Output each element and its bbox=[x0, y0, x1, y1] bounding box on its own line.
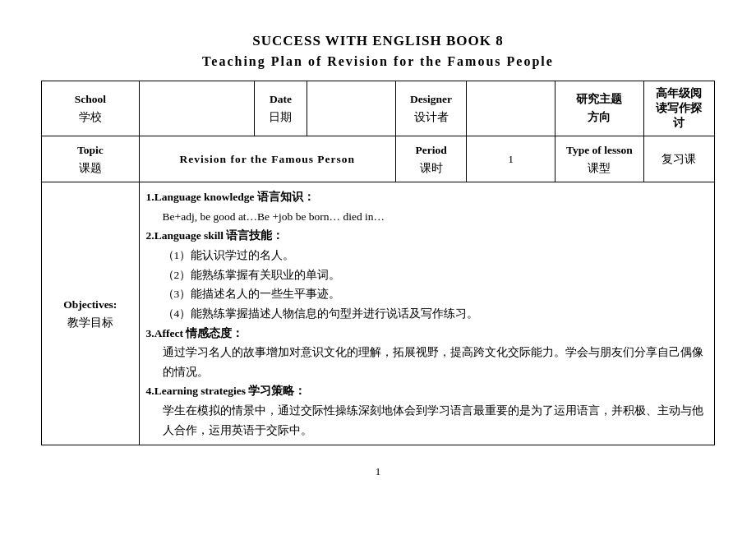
section1-body: Be+adj, be good at…Be +job be born… died… bbox=[146, 207, 708, 227]
lesson-type-label-cell: Type of lesson 课型 bbox=[555, 136, 643, 182]
objectives-label-cell: Objectives: 教学目标 bbox=[42, 182, 140, 445]
research-cell: 研究主题 方向 bbox=[555, 81, 643, 136]
header-row: School 学校 Date 日期 Designer 设计者 bbox=[42, 81, 715, 136]
period-en-label: Period bbox=[415, 141, 446, 159]
objectives-cn-label: 教学目标 bbox=[67, 314, 113, 332]
designer-cn-label: 设计者 bbox=[414, 108, 449, 127]
period-cn-label: 课时 bbox=[420, 159, 443, 178]
date-value-cell bbox=[307, 81, 396, 136]
period-num-cell: 1 bbox=[467, 136, 555, 182]
topic-en-label: Topic bbox=[77, 141, 104, 159]
topic-content-cell: Revision for the Famous Person bbox=[139, 136, 395, 182]
school-cell: School 学校 bbox=[42, 81, 140, 136]
school-value-cell bbox=[139, 81, 254, 136]
page-number: 1 bbox=[376, 465, 381, 478]
lesson-type-cn-label: 课型 bbox=[588, 159, 611, 178]
lesson-type-en-label: Type of lesson bbox=[566, 141, 633, 159]
date-en-label: Date bbox=[270, 90, 292, 108]
topic-label-cell: Topic 课题 bbox=[42, 136, 140, 182]
research-cn-label: 方向 bbox=[588, 108, 611, 127]
school-cn-label: 学校 bbox=[79, 108, 102, 127]
objectives-content-cell: 1.Language knowledge 语言知识： Be+adj, be go… bbox=[139, 182, 714, 445]
section2-item4: （4）能熟练掌握描述人物信息的句型并进行说话及写作练习。 bbox=[146, 304, 708, 324]
section3-body: 通过学习名人的故事增加对意识文化的理解，拓展视野，提高跨文化交际能力。学会与朋友… bbox=[146, 343, 708, 381]
section2-item3: （3）能描述名人的一些生平事迹。 bbox=[146, 284, 708, 304]
lesson-value-cell: 复习课 bbox=[643, 136, 714, 182]
date-cn-label: 日期 bbox=[269, 108, 292, 127]
section2-item2: （2）能熟练掌握有关职业的单词。 bbox=[146, 265, 708, 285]
date-label-cell: Date 日期 bbox=[254, 81, 307, 136]
school-en-label: School bbox=[75, 90, 106, 108]
topic-cn-label: 课题 bbox=[79, 159, 102, 178]
topic-row: Topic 课题 Revision for the Famous Person … bbox=[42, 136, 715, 182]
period-label-cell: Period 课时 bbox=[396, 136, 467, 182]
section4-title: 4.Learning strategies 学习策略： bbox=[146, 385, 307, 397]
objectives-row: Objectives: 教学目标 1.Language knowledge 语言… bbox=[42, 182, 715, 445]
objectives-en-label: Objectives: bbox=[63, 296, 117, 314]
senior-cell: 高年级阅读写作探讨 bbox=[643, 81, 714, 136]
section2-item1: （1）能认识学过的名人。 bbox=[146, 246, 708, 265]
lesson-plan-table: School 学校 Date 日期 Designer 设计者 bbox=[41, 81, 715, 445]
designer-value-cell bbox=[467, 81, 555, 136]
designer-en-label: Designer bbox=[410, 90, 452, 108]
designer-label-cell: Designer 设计者 bbox=[396, 81, 467, 136]
section3-title: 3.Affect 情感态度： bbox=[146, 327, 244, 339]
section2-title: 2.Language skill 语言技能： bbox=[146, 229, 284, 242]
research-en-label: 研究主题 bbox=[576, 90, 622, 108]
page-title-main: SUCCESS WITH ENGLISH BOOK 8 bbox=[252, 33, 503, 49]
page-title-sub: Teaching Plan of Revision for the Famous… bbox=[202, 54, 554, 69]
section4-body: 学生在模拟的情景中，通过交际性操练深刻地体会到学习语言最重要的是为了运用语言，并… bbox=[146, 401, 708, 440]
section1-title: 1.Language knowledge 语言知识： bbox=[146, 191, 315, 203]
